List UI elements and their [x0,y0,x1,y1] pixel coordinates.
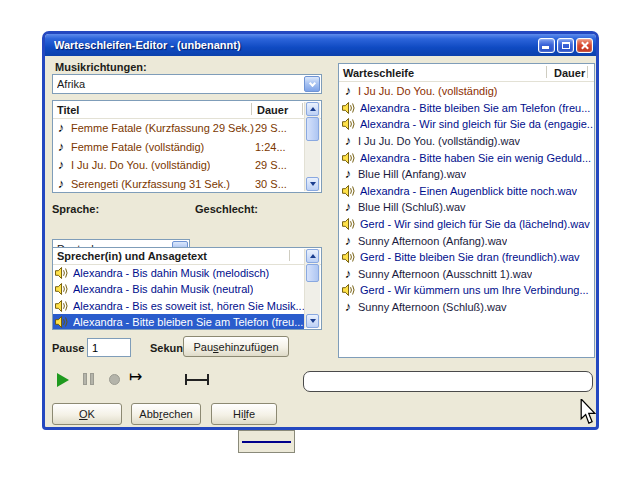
warteschleife-row[interactable]: ♪ I Ju Ju. Do You. (vollständig) [340,83,593,100]
titel-table-row[interactable]: ♪ Femme Fatale (Kurzfassung 29 Sek.) 29 … [53,119,304,138]
warteschleife-row[interactable]: Alexandra - Bitte bleiben Sie am Telefon… [340,100,593,117]
column-divider[interactable] [251,103,252,115]
title-bar[interactable]: Warteschleifen-Editor - (unbenannt) [45,34,596,56]
close-button[interactable] [576,38,593,53]
pause-button[interactable] [83,373,94,385]
sprecher-list-header[interactable]: Sprecher(in) und Ansagetext [53,248,321,265]
scroll-down-button[interactable] [306,177,319,191]
dauer-cell: 29 S... [255,119,287,138]
warteschleife-row[interactable]: ♪ Blue Hill (Schluß).wav [340,199,593,216]
scrollbar[interactable] [304,249,320,328]
column-divider[interactable] [546,66,547,78]
column-divider[interactable] [302,103,303,115]
warteschleife-row[interactable]: ♪ Sunny Afternoon (Ausschnitt 1).wav [340,266,593,283]
speaker-icon [342,102,356,114]
warteschleife-row[interactable]: ♪ Blue Hill (Anfang).wav [340,166,593,183]
speaker-icon [342,284,356,296]
queue-item-label: Sunny Afternoon (Anfang).wav [358,235,507,247]
warteschleife-row[interactable]: ♪ Sunny Afternoon (Schluß).wav [340,299,593,316]
column-divider[interactable] [289,250,290,261]
maximize-button[interactable] [557,38,574,53]
warteschleife-list-header[interactable]: Warteschleife Dauer [339,64,594,82]
music-note-icon: ♪ [342,201,354,213]
sprecher-row[interactable]: Alexandra - Bis es soweit ist, hören Sie… [53,298,304,314]
musikrichtungen-select[interactable]: Afrika [52,74,322,94]
dauer-cell: 1:24... [255,138,286,157]
speaker-icon [55,316,69,328]
titel-table-row[interactable]: ♪ Femme Fatale (vollständig) 1:24... [53,138,304,157]
scroll-up-button[interactable] [306,102,319,116]
column-divider[interactable] [587,66,588,78]
titel-table-row[interactable]: ♪ I Ju Ju. Do You. (vollständig) 29 S... [53,156,304,175]
warteschleife-column-header[interactable]: Warteschleife [343,67,414,79]
scroll-down-button[interactable] [306,314,319,328]
ok-button[interactable]: OK [52,403,122,425]
titel-table-row[interactable]: ♪ Serengeti (Kurzfassung 31 Sek.) 30 S..… [53,175,304,193]
chevron-up-icon [310,254,316,258]
queue-item-label: Sunny Afternoon (Schluß).wav [358,301,507,313]
warteschleife-row[interactable]: ♪ Sunny Afternoon (Anfang).wav [340,232,593,249]
queue-item-label: Gerd - Wir sind gleich für Sie da (läche… [360,218,590,230]
pause-icon [90,373,94,385]
speaker-icon [342,218,356,230]
pause-hinzufuegen-button[interactable]: Pause hinzufügen [183,336,289,357]
titel-table-rows: ♪ Femme Fatale (Kurzfassung 29 Sek.) 29 … [53,119,304,192]
warteschleife-row[interactable]: ♪ I Ju Ju. Do You. (vollständig).wav [340,133,593,150]
titel-table: Titel Dauer ♪ Femme Fatale (Kurzfassung … [52,100,322,193]
music-note-icon: ♪ [342,268,354,280]
play-from-position-button[interactable]: ↦ [129,370,142,384]
music-note-icon: ♪ [342,168,354,180]
speaker-icon [55,283,69,295]
sprecher-row[interactable]: Alexandra - Bis dahin Musik (neutral) [53,281,304,297]
pause-icon [83,373,87,385]
music-note-icon: ♪ [55,178,67,190]
music-note-icon: ♪ [342,301,354,313]
warteschleife-row[interactable]: Gerd - Wir kümmern uns um Ihre Verbindun… [340,282,593,299]
speaker-icon [342,152,356,164]
sprecher-list-rows: Alexandra - Bis dahin Musik (melodisch) … [53,265,304,329]
warteschleife-row[interactable]: Alexandra - Wir sind gleich für Sie da (… [340,116,593,133]
queue-item-label: I Ju Ju. Do You. (vollständig).wav [358,135,520,147]
queue-item-label: Alexandra - Bitte haben Sie ein wenig Ge… [360,152,591,164]
titel-column-header[interactable]: Titel [57,104,79,116]
dauer-column-header[interactable]: Dauer [554,67,585,79]
titel-table-header[interactable]: Titel Dauer [53,101,321,119]
minimize-button[interactable] [538,38,555,53]
selection-range-button[interactable] [185,374,209,385]
sprecher-row[interactable]: Alexandra - Bis dahin Musik (melodisch) [53,265,304,281]
maximize-icon [562,42,570,49]
scroll-thumb[interactable] [306,117,319,141]
sprecher-row[interactable]: Alexandra - Bitte bleiben Sie am Telefon… [53,314,304,329]
playback-progress-bar[interactable] [303,371,593,392]
warteschleife-row[interactable]: Gerd - Bitte bleiben Sie dran (freundlic… [340,249,593,266]
cancel-button[interactable]: Abbrechen [131,403,201,425]
music-note-icon: ♪ [342,135,354,147]
dropdown-button[interactable] [304,76,320,92]
pause-seconds-input[interactable] [87,338,131,357]
mouse-cursor [578,399,598,425]
dauer-cell: 29 S... [255,156,287,175]
warteschleife-row[interactable]: Alexandra - Bitte haben Sie ein wenig Ge… [340,149,593,166]
music-note-icon: ♪ [342,235,354,247]
queue-item-label: Sunny Afternoon (Ausschnitt 1).wav [358,268,532,280]
scrollbar[interactable] [304,102,320,191]
chevron-down-icon [310,319,316,323]
scroll-thumb[interactable] [306,264,319,282]
warteschleife-row[interactable]: Gerd - Wir sind gleich für Sie da (läche… [340,216,593,233]
play-icon [57,373,69,387]
dauer-column-header[interactable]: Dauer [257,104,288,116]
geschlecht-label: Geschlecht: [195,203,258,215]
scroll-up-button[interactable] [306,249,319,263]
warteschleife-row[interactable]: Alexandra - Einen Augenblick bitte noch.… [340,183,593,200]
dauer-cell: 30 S... [255,175,287,193]
audio-level-indicator [238,430,295,453]
warteschleife-rows: ♪ I Ju Ju. Do You. (vollständig) Alexand… [340,83,593,356]
stop-button[interactable] [109,374,120,385]
warteschleife-list: Warteschleife Dauer ♪ I Ju Ju. Do You. (… [338,63,595,358]
titlebar-buttons [538,38,593,53]
chevron-down-icon [310,182,316,186]
speaker-icon [342,185,356,197]
help-button[interactable]: Hilfe [211,403,277,425]
sprecher-column-header[interactable]: Sprecher(in) und Ansagetext [57,250,207,262]
speaker-icon [342,251,356,263]
